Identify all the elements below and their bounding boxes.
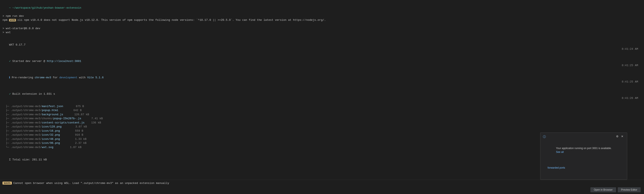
file-popup-html: ├─ .output/chrome-mv3/popup.html642 B bbox=[2, 108, 642, 113]
prerender-for: for bbox=[51, 76, 59, 79]
wxt-version-line: WXT 0.17.7 8:41:24 AM bbox=[2, 39, 642, 55]
preview-editor-button[interactable]: Preview Editor bbox=[618, 187, 641, 192]
terminal-panel: ~ ~/workspace/github/yeshan-bowser-exten… bbox=[0, 0, 644, 180]
info-circle-icon: ⓘ bbox=[543, 135, 546, 139]
chrome-mv3-text: chrome-mv3 bbox=[35, 76, 51, 79]
built-text: Built extension in 1.031 s bbox=[12, 92, 55, 96]
sigma-icon: Σ bbox=[9, 158, 12, 161]
file-background-js: ├─ .output/chrome-mv3/background.js126.8… bbox=[2, 113, 642, 117]
warn-label-badge: WARN bbox=[2, 182, 12, 185]
open-in-browser-button[interactable]: Open in Browser bbox=[590, 187, 616, 192]
path-line: ~ ~/workspace/github/yeshan-bowser-exten… bbox=[2, 2, 642, 14]
check-icon-1: ✓ bbox=[9, 60, 12, 63]
prerender-with: with bbox=[77, 76, 87, 79]
prerender-line: ℹ Pre-rendering chrome-mv3 for developme… bbox=[2, 72, 642, 88]
warn-npm-line: npm WARN cli npm v10.4.0 does not suppor… bbox=[2, 18, 642, 22]
notification-settings-button[interactable]: ⚙ bbox=[615, 134, 620, 138]
file-popup-chunk: ├─ .output/chrome-mv3/chunks/popup-I5k20… bbox=[2, 117, 642, 121]
wxt-starter-line: > wxt-starter@0.0.0 dev bbox=[2, 26, 642, 31]
wxt-cmd-line: > wxt bbox=[2, 30, 642, 35]
path-text: ~/workspace/github/yeshan-bowser-extenso… bbox=[12, 6, 81, 9]
dev-server-line: ✓ Started dev server @ http://localhost:… bbox=[2, 55, 642, 72]
total-value: 281.11 kB bbox=[32, 158, 47, 161]
action-buttons-row: Open in Browser Preview Editor bbox=[0, 187, 644, 194]
check-icon-2: ✓ bbox=[9, 92, 12, 96]
total-line: Σ Total size: 281.11 kB ⓘ Your applicati… bbox=[2, 154, 642, 174]
total-label: Total size: bbox=[12, 158, 32, 161]
notification-body: Your application running on port 3001 is… bbox=[548, 134, 612, 178]
file-icon-128: ├─ .output/chrome-mv3/icon/128.png3.07 k… bbox=[2, 125, 642, 129]
info-icon: ℹ bbox=[9, 76, 12, 79]
warn-npm-text: cli npm v10.4.0 does not support Node.js… bbox=[18, 18, 326, 22]
forwarded-ports-link[interactable]: forwarded ports bbox=[548, 166, 612, 170]
tilde-icon: ~ bbox=[9, 6, 12, 9]
vite-version: Vite 5.1.6 bbox=[87, 76, 104, 79]
file-manifest: ├─ .output/chrome-mv3/manifest.json875 B bbox=[2, 104, 642, 109]
warn-bar: WARN Cannot open browser when using WSL.… bbox=[0, 180, 644, 187]
notification-controls: ⚙ ✕ bbox=[615, 134, 624, 138]
timestamp-2: 8:41:25 AM bbox=[622, 63, 638, 68]
notification-text: Your application running on port 3001 is… bbox=[548, 143, 612, 158]
see-all-link[interactable]: See all bbox=[556, 151, 564, 154]
warn-message-text: Cannot open browser when using WSL. Load… bbox=[14, 181, 169, 186]
file-content-js: ├─ .output/chrome-mv3/content-scripts/co… bbox=[2, 121, 642, 125]
development-text: development bbox=[59, 76, 77, 79]
bottom-panel: WARN Cannot open browser when using WSL.… bbox=[0, 180, 644, 194]
notification-popup: ⓘ Your application running on port 3001 … bbox=[540, 133, 627, 180]
cmd-npm-run-dev: > npm run dev bbox=[2, 14, 642, 18]
built-extension-line: ✓ Built extension in 1.031 s 8:41:26 AM bbox=[2, 88, 642, 104]
timestamp-1: 8:41:24 AM bbox=[622, 47, 638, 51]
notification-close-button[interactable]: ✕ bbox=[620, 134, 624, 138]
dev-server-url: http://localhost:3001 bbox=[47, 60, 81, 63]
timestamp-3: 8:41:25 AM bbox=[622, 80, 638, 84]
notification-container: ⓘ Your application running on port 3001 … bbox=[540, 133, 627, 180]
timestamp-4: 8:41:26 AM bbox=[622, 96, 638, 100]
prerender-text: Pre-rendering bbox=[12, 76, 35, 79]
warn-badge: WARN bbox=[9, 19, 16, 21]
dev-server-text: Started dev server @ bbox=[12, 60, 47, 63]
